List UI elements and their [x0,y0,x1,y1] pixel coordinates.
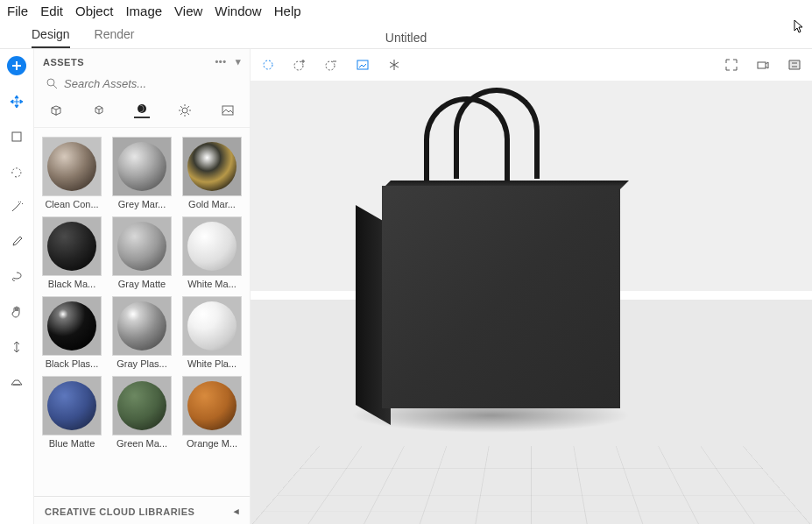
filter-lights[interactable] [177,103,193,118]
material-item[interactable]: Gray Plas... [111,296,173,369]
light-icon [178,103,192,117]
snap-axes-icon [387,58,401,72]
material-swatch [182,216,242,276]
eyedropper-icon [10,235,24,249]
ground-plane-tool[interactable] [8,373,25,391]
lasso-tool[interactable] [8,268,25,286]
hand-tool[interactable] [8,303,25,321]
vertical-axis-tool[interactable] [8,338,25,356]
material-sphere [117,142,166,191]
material-swatch [112,216,172,276]
filter-shapes[interactable] [91,103,107,118]
filter-images[interactable] [220,103,236,118]
camera-button[interactable] [756,58,770,72]
document-title: Untitled [385,31,427,45]
filter-models[interactable] [48,103,64,118]
material-swatch [112,296,172,356]
menu-view[interactable]: View [174,4,202,18]
ground-icon [10,375,24,389]
material-sphere [47,142,96,191]
svg-rect-8 [357,60,368,69]
move-tool[interactable] [8,93,25,110]
material-item[interactable]: Gray Matte [111,216,173,289]
material-item[interactable]: Gold Mar... [181,137,243,209]
material-label: White Pla... [182,358,242,369]
menu-file[interactable]: File [7,4,28,18]
frame-tool[interactable] [356,58,370,72]
materials-grid: Clean Con... Grey Mar... Gold Mar... Bla… [34,128,250,496]
eyedropper-tool[interactable] [8,233,25,251]
viewport [251,49,812,524]
fullscreen-button[interactable] [724,58,738,72]
bag-handle-front [424,96,510,188]
tab-design[interactable]: Design [32,27,70,48]
material-sphere [47,222,96,271]
material-item[interactable]: Black Plas... [41,296,102,369]
material-sphere-icon [135,102,149,116]
material-label: Blue Matte [42,438,102,449]
search-input[interactable] [64,77,243,90]
history-tool[interactable] [8,163,25,181]
menu-window[interactable]: Window [215,4,261,18]
render-settings-button[interactable] [787,58,801,72]
material-label: Gray Matte [112,279,172,289]
camera-icon [756,58,770,72]
creative-cloud-libraries[interactable]: CREATIVE CLOUD LIBRARIES ◂ [34,496,250,524]
left-tool-column [0,49,33,524]
material-item[interactable]: White Pla... [181,296,243,369]
marquee-circle-icon [261,58,275,72]
canvas-3d[interactable] [251,81,812,524]
artboard-tool[interactable] [8,128,25,145]
undo-arc-icon [10,165,24,179]
menu-edit[interactable]: Edit [40,4,63,18]
material-sphere [117,381,166,430]
subtract-selection-tool[interactable] [324,58,338,72]
magic-wand-tool[interactable] [8,198,25,216]
material-swatch [42,376,102,435]
more-icon[interactable]: ••• [215,56,226,67]
material-sphere [117,301,166,351]
chevron-down-icon[interactable]: ▾ [236,56,242,67]
workspace-tab-row: Design Render Untitled [0,22,812,49]
material-swatch [182,376,242,435]
snap-tool[interactable] [387,58,401,72]
add-selection-tool[interactable] [293,58,307,72]
menu-help[interactable]: Help [274,4,301,18]
material-item[interactable]: Blue Matte [41,376,102,449]
svg-rect-4 [222,106,233,115]
vertical-arrow-icon [10,340,24,354]
svg-rect-0 [12,132,21,141]
material-sphere [187,381,237,430]
material-label: Gray Plas... [112,358,172,369]
material-item[interactable]: Green Ma... [111,376,173,449]
assets-search[interactable] [34,74,250,97]
svg-rect-9 [758,62,766,68]
material-label: Black Ma... [42,279,102,289]
filter-materials[interactable] [134,103,150,118]
viewport-toolbar [251,49,812,81]
frame-picture-icon [356,58,370,72]
material-swatch [42,137,102,196]
render-settings-icon [787,58,801,72]
material-item[interactable]: Black Ma... [41,216,102,289]
menu-object[interactable]: Object [75,4,113,18]
plus-icon [10,59,24,73]
material-item[interactable]: Grey Mar... [111,137,173,209]
svg-point-1 [47,79,54,86]
svg-point-6 [294,61,303,70]
material-item[interactable]: Orange M... [181,376,243,449]
add-button[interactable] [7,56,26,75]
tab-render[interactable]: Render [95,27,135,48]
scene-object-shopping-bag[interactable] [356,154,617,414]
libraries-title: CREATIVE CLOUD LIBRARIES [45,506,194,517]
material-label: Green Ma... [112,438,172,449]
material-swatch [42,296,102,356]
material-item[interactable]: White Ma... [181,216,243,289]
material-item[interactable]: Clean Con... [41,137,102,209]
menu-image[interactable]: Image [125,4,162,18]
svg-point-7 [326,61,335,70]
wand-icon [10,200,24,214]
marquee-minus-icon [324,58,338,72]
select-marquee-tool[interactable] [261,58,275,72]
material-sphere [47,381,96,430]
